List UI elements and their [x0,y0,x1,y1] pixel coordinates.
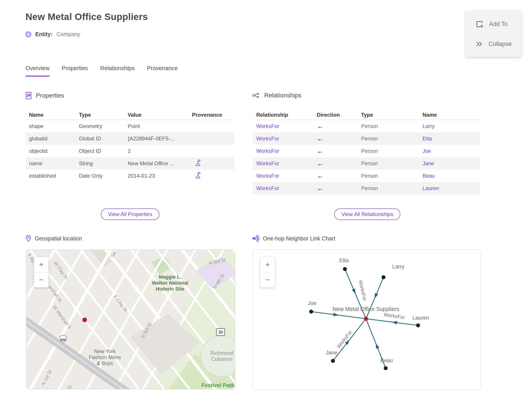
property-type: String [75,160,124,167]
relationships-table-header: Relationship Direction Type Name [253,110,480,120]
direction-arrow: ← [313,147,358,155]
view-all-properties-button[interactable]: View All Properties [101,209,159,220]
related-entity-link[interactable]: Larry [419,123,480,129]
properties-section-title: Properties [36,92,64,99]
link-chart-canvas: WorksForWorksForWorksForEttaLarryJoeLaur… [253,250,481,390]
map-label: Richmond [210,350,233,356]
properties-icon [25,91,32,100]
svg-text:250: 250 [60,338,66,342]
property-name: shape [26,123,75,129]
relationship-link[interactable]: WorksFor [253,148,313,154]
map-pin-icon [25,235,32,242]
node-label-lauren: Lauren [412,315,429,321]
node-joe[interactable] [309,310,313,314]
map-label: Fashion Mens [89,354,121,360]
related-entity-link[interactable]: Joe [419,148,480,154]
property-value: 2014-01-23 [124,173,188,179]
direction-arrow: ← [313,160,358,167]
edge-arrowhead [333,313,339,316]
center-node[interactable] [364,317,368,321]
property-type: Date Only [75,173,124,179]
entity-label: Entity: [35,31,53,37]
edge-arrowhead [352,289,356,294]
geospatial-map[interactable]: 250 33 k RdW Clay StSaN 3rd StN 4th Star… [26,250,235,389]
map-zoom-out-button[interactable]: − [34,272,48,288]
relationship-row: WorksFor←PersonLarry [253,120,480,132]
property-row: nameStringNew Metal Office ... [26,157,234,170]
link-chart-header: One-hop Neighbor Link Chart [252,235,335,242]
property-value: 2 [124,148,188,154]
direction-arrow: ← [313,184,358,192]
route-shield-33: 33 [216,329,225,336]
tab-overview[interactable]: Overview [26,65,49,76]
edge-arrowhead [374,293,378,298]
related-entity-link[interactable]: Lauren [419,185,480,191]
link-chart-title: One-hop Neighbor Link Chart [263,235,335,242]
related-entity-type: Person [358,173,419,179]
direction-arrow: ← [313,122,358,130]
relationship-link[interactable]: WorksFor [253,173,313,179]
property-provenance[interactable] [188,172,234,180]
tab-properties[interactable]: Properties [62,65,88,76]
relationships-section-header: Relationships [252,91,301,99]
double-chevron-right-icon [475,40,483,48]
relationship-row: WorksFor←PersonBeau [253,170,480,182]
property-row: establishedDate Only2014-01-23 [26,170,234,182]
chart-zoom-in-button[interactable]: + [260,257,275,272]
view-all-relationships-button[interactable]: View All Relationships [334,209,400,220]
map-label: Maggie L. [159,274,181,280]
map-zoom-in-button[interactable]: + [34,257,48,272]
col-value: Value [124,112,188,118]
property-type: Object ID [75,148,124,154]
properties-table-header: Name Type Value Provenance [26,110,234,120]
property-row: objectidObject ID2 [26,145,234,157]
relationship-link[interactable]: WorksFor [253,135,313,142]
node-label-jane: Jane [326,350,337,356]
properties-section-header: Properties [25,91,64,100]
one-hop-icon [252,235,260,242]
one-hop-link-chart[interactable]: WorksForWorksForWorksForEttaLarryJoeLaur… [253,250,481,390]
relationship-link[interactable]: WorksFor [253,160,313,167]
related-entity-type: Person [358,185,419,191]
entity-type-icon [26,32,31,37]
entity-type-value: Company [57,31,80,37]
property-name: objectid [26,148,75,154]
node-etta[interactable] [343,267,347,271]
add-to-icon [475,20,484,28]
properties-table: Name Type Value Provenance shapeGeometry… [26,110,234,182]
relationship-row: WorksFor←PersonLauren [253,182,480,195]
node-lauren[interactable] [416,323,420,327]
related-entity-link[interactable]: Beau [419,173,480,179]
collapse-button[interactable]: Collapse [466,40,521,48]
map-label: Historic Site [156,286,184,292]
col-type: Type [75,112,124,118]
col-direction: Direction [313,112,358,118]
tab-provenance[interactable]: Provenance [147,65,178,76]
tab-relationships[interactable]: Relationships [100,65,135,76]
relationship-row: WorksFor←PersonJoe [253,145,480,157]
related-entity-type: Person [358,123,419,129]
edge-arrowhead [392,321,397,324]
relationship-link[interactable]: WorksFor [253,123,313,129]
related-entity-link[interactable]: Jane [419,160,480,167]
relationship-row: WorksFor←PersonJane [253,157,480,170]
relationship-row: WorksFor←PersonEtta [253,132,480,145]
node-label-joe: Joe [308,300,317,306]
col-type: Type [358,112,419,118]
col-provenance: Provenance [188,112,234,118]
node-larry[interactable] [381,275,386,279]
related-entity-link[interactable]: Etta [419,135,480,142]
page-title: New Metal Office Suppliers [26,12,148,22]
chart-zoom-out-button[interactable]: − [260,272,275,288]
property-provenance[interactable] [188,159,234,168]
map-label: Festival Park [201,382,234,388]
node-jane[interactable] [331,359,335,363]
add-to-button[interactable]: Add To [466,20,521,28]
node-beau[interactable] [384,366,388,370]
map-label: New York [94,348,116,354]
property-type: Geometry [75,123,124,129]
relationship-link[interactable]: WorksFor [253,185,313,191]
relationships-section-title: Relationships [264,92,301,99]
edge-label: WorksFor [384,312,405,320]
col-name: Name [419,112,480,118]
